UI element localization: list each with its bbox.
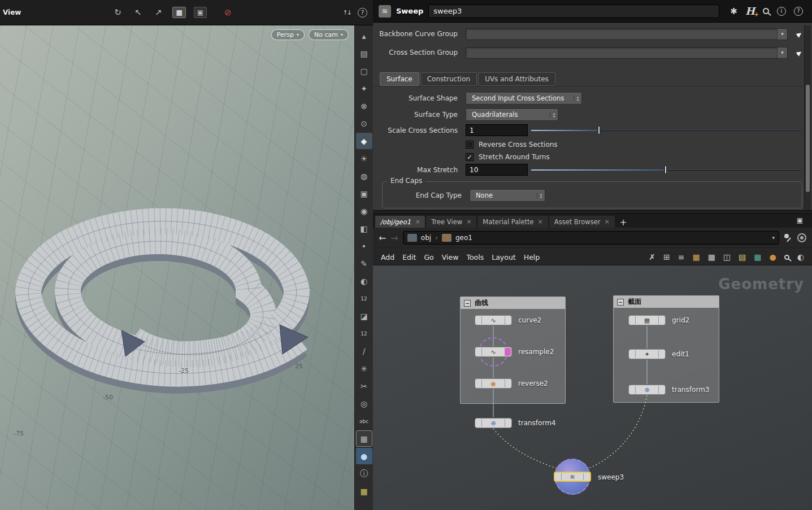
tab-surface[interactable]: Surface — [380, 72, 419, 86]
collapse-icon[interactable]: − — [617, 299, 624, 306]
sticky-note-icon[interactable]: ▤ — [739, 252, 746, 261]
perspective-menu[interactable]: Persp ▾ — [271, 29, 305, 40]
cut-icon[interactable]: ✂ — [356, 378, 372, 394]
background-icon[interactable]: ▣ — [356, 185, 372, 202]
tab-material-palette[interactable]: Material Palette × — [477, 216, 548, 228]
snapshot-icon[interactable]: ▢ — [356, 63, 372, 79]
max-stretch-slider[interactable] — [531, 164, 801, 176]
scrollbar-thumb[interactable] — [806, 85, 810, 192]
display-icon[interactable]: ◐ — [797, 252, 804, 261]
network-tools-icon[interactable]: ✗ — [649, 252, 655, 261]
node-edit1[interactable]: ✦ edit1 — [628, 349, 666, 359]
lock-icon[interactable]: ✦ — [356, 80, 372, 97]
select-tool-icon[interactable]: ↖ — [132, 7, 144, 18]
pivot-icon[interactable]: ⊙ — [356, 115, 372, 132]
text-icon[interactable]: abc — [356, 413, 372, 429]
network-box-title[interactable]: − 截面 — [614, 296, 719, 308]
max-stretch-input[interactable] — [466, 164, 528, 176]
move-tool-icon[interactable]: ↗ — [152, 7, 164, 18]
close-icon[interactable]: × — [604, 218, 609, 225]
background-image-icon[interactable]: ▦ — [754, 252, 761, 261]
menu-add[interactable]: Add — [381, 253, 401, 261]
info-icon[interactable]: ⓘ — [356, 465, 372, 482]
link-target-icon[interactable] — [797, 233, 806, 242]
sort-icon[interactable]: ↑↓ — [343, 9, 351, 16]
pane-maximize-icon[interactable]: ▣ — [797, 216, 803, 224]
menu-view[interactable]: View — [442, 253, 466, 261]
parameter-scrollbar[interactable] — [804, 25, 811, 210]
menu-help[interactable]: Help — [524, 253, 547, 261]
point-marker-icon[interactable]: • — [356, 238, 372, 254]
dropper-icon[interactable]: ◐ — [356, 273, 372, 289]
network-editor[interactable]: Geometry − 曲线 − 截面 — [373, 265, 812, 510]
node-curve2[interactable]: ∿ curve2 — [475, 315, 512, 325]
engine-icon[interactable]: H — [745, 5, 755, 17]
breadcrumb[interactable]: obj › geo1 ▾ — [403, 231, 779, 245]
pin-icon[interactable] — [784, 233, 793, 242]
list-icon[interactable]: ≡ — [678, 252, 685, 261]
scale-slider[interactable] — [531, 124, 801, 136]
interactive-select-icon[interactable]: ▶ — [795, 29, 803, 38]
close-icon[interactable]: × — [466, 218, 471, 225]
snap-objects-icon[interactable]: ▦ — [172, 7, 185, 18]
node-grid2[interactable]: ▦ grid2 — [628, 315, 666, 325]
brush-icon[interactable]: ✎ — [356, 255, 372, 272]
node-sweep3[interactable]: ≋ sweep3 — [554, 472, 591, 482]
search-icon[interactable] — [763, 8, 769, 14]
panes-icon[interactable]: ◫ — [723, 252, 731, 261]
ruler-icon[interactable]: ∕ — [356, 343, 372, 359]
drop-icon[interactable]: ● — [356, 448, 372, 464]
snap-frame-icon[interactable]: ▣ — [194, 7, 207, 18]
pane-splitter[interactable] — [373, 210, 812, 214]
viewport-3d[interactable]: Persp ▾ No cam ▾ -25 -50 -75 25 — [0, 25, 354, 510]
world-axes-icon[interactable]: ◍ — [356, 168, 372, 184]
menu-layout[interactable]: Layout — [492, 253, 523, 261]
gallery-icon[interactable]: ● — [770, 252, 776, 261]
reverse-checkbox[interactable] — [466, 141, 474, 149]
scale-input[interactable] — [466, 124, 528, 136]
light-icon[interactable]: ☀ — [356, 150, 372, 167]
tree-icon[interactable]: ⊞ — [663, 252, 670, 261]
close-icon[interactable]: × — [538, 218, 543, 225]
help-icon[interactable]: ? — [358, 8, 367, 18]
node-resample2[interactable]: ∿ resample2 — [475, 347, 512, 357]
selection-mode-icon[interactable]: ◆ — [356, 133, 372, 149]
caret-down-icon[interactable]: ▾ — [777, 29, 787, 40]
node-transform4[interactable]: ⊕ transform4 — [475, 418, 512, 428]
tab-obj-geo1[interactable]: /obj/geo1 × — [375, 216, 425, 228]
cells-icon[interactable]: ▦ — [356, 483, 372, 499]
group-input[interactable]: ▾ — [466, 47, 788, 59]
tab-construction[interactable]: Construction — [420, 72, 477, 86]
surface-shape-select[interactable]: Second Input Cross Sections ▴▾ — [466, 92, 582, 104]
tab-asset-browser[interactable]: Asset Browser × — [549, 216, 615, 228]
close-icon[interactable]: × — [415, 218, 420, 225]
template-flag[interactable] — [505, 348, 511, 356]
network-box-title[interactable]: − 曲线 — [461, 297, 565, 309]
end-cap-type-select[interactable]: None ▴▾ — [470, 189, 545, 202]
slider-handle[interactable] — [598, 126, 600, 134]
tab-tree-view[interactable]: Tree View × — [426, 216, 476, 228]
camera-menu[interactable]: No cam ▾ — [309, 29, 349, 40]
visualizer-icon[interactable]: ◉ — [356, 203, 372, 219]
exclude-icon[interactable]: ⊗ — [356, 98, 372, 114]
disc-icon[interactable]: ◎ — [356, 395, 372, 412]
bucket-icon[interactable]: ◪ — [356, 308, 372, 324]
new-tab-button[interactable]: + — [616, 217, 631, 228]
collapse-icon[interactable]: − — [464, 300, 471, 307]
particles-icon[interactable]: ✳ — [356, 360, 372, 377]
scroll-up-icon[interactable]: ▴ — [356, 28, 372, 44]
tab-uvs-attributes[interactable]: UVs and Attributes — [478, 72, 555, 86]
search-icon[interactable] — [784, 255, 789, 260]
disable-icon[interactable]: ⊘ — [222, 7, 234, 18]
thumbnails-icon[interactable]: ▦ — [692, 252, 700, 261]
slider-handle[interactable] — [665, 165, 667, 174]
menu-edit[interactable]: Edit — [402, 253, 423, 261]
caret-down-icon[interactable]: ▾ — [772, 235, 775, 241]
display-options-icon[interactable]: ◧ — [356, 220, 372, 237]
vertex-numbers-icon[interactable]: 12 — [356, 325, 372, 342]
view-layout-icon[interactable]: ▤ — [356, 45, 372, 62]
stretch-checkbox[interactable]: ✓ — [466, 153, 474, 161]
help-icon[interactable]: ? — [794, 7, 803, 16]
forward-button[interactable]: → — [390, 233, 398, 243]
orbit-tool-icon[interactable]: ↻ — [111, 7, 124, 18]
